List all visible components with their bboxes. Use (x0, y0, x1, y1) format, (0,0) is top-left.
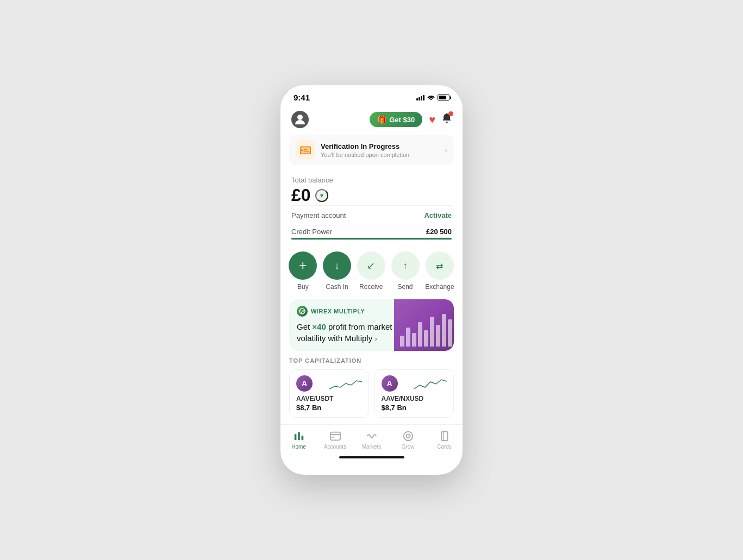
credit-power-label: Credit Power (291, 228, 332, 236)
buy-circle: + (289, 251, 317, 280)
nav-markets[interactable]: Markets (353, 430, 390, 450)
activate-button[interactable]: Activate (424, 211, 452, 219)
nav-accounts[interactable]: Accounts (317, 430, 353, 450)
multiply-section[interactable]: W WIREX MULTIPLY i Get ×40 profit from m… (289, 299, 454, 350)
multiply-logo-icon: W (297, 306, 308, 317)
home-indicator (339, 456, 404, 458)
get-reward-button[interactable]: 🎁 Get $30 (370, 112, 422, 127)
nav-grow[interactable]: Grow (390, 430, 426, 450)
nav-markets-label: Markets (362, 444, 382, 450)
credit-power-amount: £20 500 (426, 228, 452, 236)
svg-point-5 (301, 150, 303, 152)
send-circle: ↑ (391, 251, 420, 280)
exchange-circle: ⇄ (426, 251, 454, 280)
cap-pair-1: AAVE/USDT (296, 395, 362, 402)
balance-label: Total balance (291, 176, 452, 184)
multiply-logo: W WIREX MULTIPLY (297, 306, 365, 317)
sparkline-chart (329, 375, 362, 392)
verification-title: Verification In Progress (321, 142, 409, 150)
plus-icon: + (299, 258, 307, 273)
payment-account-label: Payment account (291, 211, 346, 219)
cash-in-label: Cash In (326, 283, 348, 291)
accounts-icon (329, 430, 341, 442)
svg-rect-13 (331, 437, 334, 438)
chevron-down-icon: ▾ (320, 192, 323, 199)
payment-account-row: Payment account Activate (280, 206, 463, 225)
cap-value-2: $8,7 Bn (382, 404, 447, 412)
cap-card-aave-usdt[interactable]: A AAVE/USDT $8,7 Bn (289, 369, 369, 418)
chevron-right-icon: › (445, 146, 447, 154)
svg-rect-9 (298, 432, 300, 440)
exchange-action[interactable]: ⇄ Exchange (425, 251, 454, 291)
multiply-arrow: › (374, 335, 377, 343)
svg-rect-8 (294, 434, 296, 440)
nav-grow-label: Grow (402, 444, 415, 450)
cap-pair-2: AAVE/NXUSD (382, 395, 447, 402)
phone-frame: 9:41 🎁 Get $3 (280, 85, 463, 474)
gift-icon: 🎁 (377, 115, 386, 124)
multiply-title: WIREX MULTIPLY (311, 308, 365, 314)
buy-action[interactable]: + Buy (289, 251, 317, 291)
notifications-button[interactable] (442, 113, 452, 127)
verification-icon (296, 140, 315, 160)
avatar[interactable] (291, 111, 309, 128)
cap-cards: A AAVE/USDT $8,7 Bn A AAVE/NXUSD $8,7 Bn (289, 369, 454, 418)
bottom-nav: Home Accounts Markets Grow (280, 424, 463, 452)
arrow-down-left-icon: ↙ (367, 260, 375, 272)
send-label: Send (398, 283, 413, 291)
sparkline-chart-2 (414, 375, 447, 392)
nav-accounts-label: Accounts (324, 444, 346, 450)
svg-text:W: W (301, 310, 304, 313)
send-action[interactable]: ↑ Send (391, 251, 420, 291)
exchange-label: Exchange (425, 283, 454, 291)
balance-dropdown-button[interactable]: ▾ (315, 189, 328, 202)
svg-point-16 (408, 436, 409, 437)
receive-action[interactable]: ↙ Receive (357, 251, 385, 291)
markets-icon (366, 430, 378, 442)
aave-coin-icon: A (296, 375, 313, 392)
arrow-up-icon: ↑ (403, 260, 408, 272)
nav-cards-label: Cards (437, 444, 452, 450)
receive-circle: ↙ (357, 251, 385, 280)
buy-label: Buy (297, 283, 309, 291)
cap-value-1: $8,7 Bn (296, 404, 362, 412)
status-bar: 9:41 (280, 85, 463, 106)
nav-home-label: Home (291, 444, 306, 450)
nav-home[interactable]: Home (280, 430, 317, 450)
balance-amount: £0 (291, 185, 311, 205)
nav-cards[interactable]: Cards (426, 430, 463, 450)
header: 🎁 Get $30 ♥ (280, 106, 463, 135)
battery-icon (438, 95, 449, 100)
home-icon (293, 430, 305, 442)
status-icons (416, 94, 449, 101)
wirex-logo-icon: W (299, 308, 305, 314)
grow-icon (402, 430, 414, 442)
status-time: 9:41 (294, 93, 310, 102)
cash-in-circle: ↓ (323, 251, 351, 280)
arrow-down-icon: ↓ (335, 260, 340, 272)
receive-label: Receive (359, 283, 383, 291)
multiply-x40: ×40 (312, 322, 326, 331)
signal-bars-icon (416, 95, 424, 100)
svg-point-0 (297, 115, 303, 120)
cards-icon (439, 430, 451, 442)
cap-card-aave-nxusd[interactable]: A AAVE/NXUSD $8,7 Bn (374, 369, 454, 418)
header-actions: 🎁 Get $30 ♥ (370, 112, 452, 127)
user-icon (295, 114, 305, 125)
credit-bar-fill (291, 238, 452, 240)
credit-power-section: Credit Power £20 500 (280, 225, 463, 243)
cash-in-action[interactable]: ↓ Cash In (323, 251, 351, 291)
multiply-get-text: Get (297, 322, 310, 331)
svg-rect-10 (301, 436, 303, 440)
top-cap-label: TOP CAPITALIZATION (289, 357, 454, 364)
top-cap-section: TOP CAPITALIZATION A AAVE/USDT $8,7 Bn A (280, 357, 463, 424)
verification-banner[interactable]: Verification In Progress You'll be notif… (289, 135, 454, 165)
heart-icon: ♥ (429, 114, 435, 125)
notification-badge (448, 111, 453, 116)
svg-rect-11 (330, 432, 340, 440)
favorites-button[interactable]: ♥ (429, 114, 435, 126)
multiply-chart-graphic (394, 299, 454, 350)
aave-nxusd-coin-icon: A (382, 375, 398, 392)
multiply-profit-text: profit from market (328, 322, 392, 331)
verification-subtitle: You'll be notified upon completion (321, 152, 409, 158)
